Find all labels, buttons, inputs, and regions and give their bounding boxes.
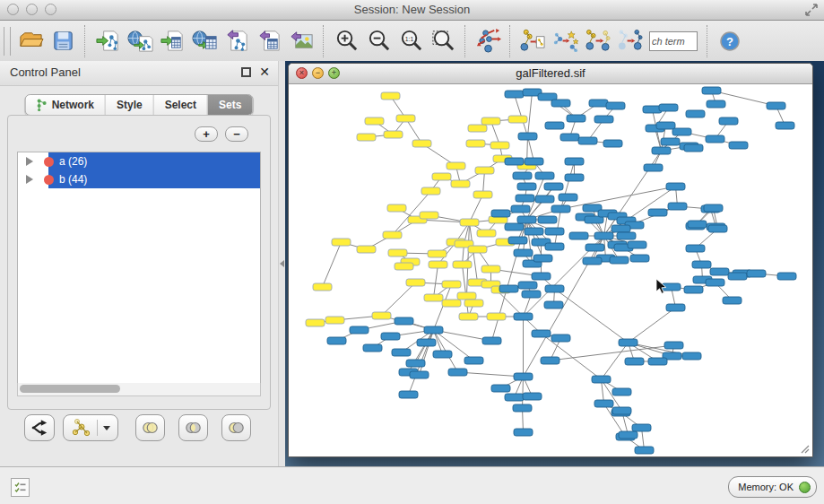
graph-node-blue[interactable] bbox=[656, 122, 675, 129]
graph-node-blue[interactable] bbox=[517, 183, 536, 190]
graph-node-blue[interactable] bbox=[392, 349, 411, 356]
graph-node-blue[interactable] bbox=[630, 255, 649, 262]
graph-node-blue[interactable] bbox=[606, 102, 625, 109]
graph-node-yellow[interactable] bbox=[475, 167, 494, 174]
set-row[interactable]: a (26) bbox=[18, 152, 260, 170]
graph-node-blue[interactable] bbox=[592, 376, 611, 383]
graph-node-yellow[interactable] bbox=[477, 230, 496, 237]
graph-node-blue[interactable] bbox=[648, 209, 667, 216]
graph-node-blue[interactable] bbox=[668, 203, 687, 210]
memory-status-button[interactable]: Memory: OK bbox=[728, 476, 817, 498]
fullscreen-icon[interactable] bbox=[804, 3, 819, 17]
graph-node-blue[interactable] bbox=[532, 273, 551, 280]
graph-edge[interactable] bbox=[434, 265, 438, 298]
zoom-selected-button[interactable] bbox=[427, 23, 459, 59]
graph-node-blue[interactable] bbox=[559, 194, 577, 201]
tab-select[interactable]: Select bbox=[153, 95, 207, 115]
graph-node-blue[interactable] bbox=[565, 174, 584, 181]
graph-node-yellow[interactable] bbox=[490, 142, 509, 149]
graph-node-blue[interactable] bbox=[560, 134, 579, 141]
graph-node-blue[interactable] bbox=[417, 339, 436, 346]
graph-node-blue[interactable] bbox=[684, 286, 703, 293]
network-view-window[interactable]: × − + galFiltered.sif bbox=[288, 63, 813, 457]
graph-node-blue[interactable] bbox=[767, 102, 785, 109]
graph-node-yellow[interactable] bbox=[442, 300, 461, 307]
graph-node-blue[interactable] bbox=[410, 371, 429, 378]
graph-node-yellow[interactable] bbox=[432, 173, 451, 180]
graph-node-blue[interactable] bbox=[505, 223, 524, 230]
graph-node-blue[interactable] bbox=[684, 144, 703, 152]
import-table-file-button[interactable] bbox=[156, 23, 188, 59]
graph-node-blue[interactable] bbox=[406, 360, 425, 367]
graph-node-yellow[interactable] bbox=[421, 187, 440, 195]
venn-difference-button[interactable] bbox=[221, 414, 251, 441]
graph-node-blue[interactable] bbox=[424, 326, 443, 334]
network-window-titlebar[interactable]: × − + galFiltered.sif bbox=[289, 64, 812, 84]
graph-node-blue[interactable] bbox=[399, 391, 418, 398]
graph-node-yellow[interactable] bbox=[481, 265, 500, 273]
graph-node-yellow[interactable] bbox=[508, 116, 527, 123]
venn-union-button[interactable] bbox=[135, 414, 165, 441]
graph-node-blue[interactable] bbox=[710, 268, 729, 275]
graph-edge[interactable] bbox=[523, 377, 524, 408]
graph-node-blue[interactable] bbox=[728, 273, 747, 280]
graph-node-blue[interactable] bbox=[661, 138, 680, 145]
graph-node-yellow[interactable] bbox=[447, 162, 465, 169]
graph-node-yellow[interactable] bbox=[372, 312, 391, 319]
graph-edge[interactable] bbox=[458, 372, 524, 377]
graph-node-blue[interactable] bbox=[544, 301, 563, 308]
apply-layout-button[interactable] bbox=[472, 23, 504, 59]
graph-node-blue[interactable] bbox=[635, 447, 654, 454]
graph-node-yellow[interactable] bbox=[473, 191, 492, 198]
graph-node-blue[interactable] bbox=[672, 128, 691, 135]
graph-node-blue[interactable] bbox=[523, 393, 542, 400]
graph-node-blue[interactable] bbox=[514, 373, 533, 380]
zoom-out-button[interactable] bbox=[362, 23, 395, 59]
graph-node-yellow[interactable] bbox=[384, 131, 403, 138]
graph-node-yellow[interactable] bbox=[429, 261, 447, 268]
graph-node-blue[interactable] bbox=[567, 115, 585, 122]
graph-node-yellow[interactable] bbox=[381, 92, 400, 100]
graph-node-blue[interactable] bbox=[708, 225, 727, 232]
zoom-in-button[interactable] bbox=[330, 23, 362, 59]
graph-node-blue[interactable] bbox=[686, 245, 705, 252]
venn-intersection-button[interactable] bbox=[178, 414, 208, 441]
export-network-button[interactable] bbox=[221, 23, 253, 59]
graph-node-yellow[interactable] bbox=[428, 250, 447, 257]
graph-node-blue[interactable] bbox=[688, 221, 707, 228]
graph-node-blue[interactable] bbox=[585, 244, 604, 251]
graph-node-blue[interactable] bbox=[514, 429, 533, 436]
graph-node-yellow[interactable] bbox=[457, 292, 476, 300]
graph-node-blue[interactable] bbox=[704, 204, 723, 212]
collapse-panel-handle[interactable] bbox=[280, 260, 284, 267]
graph-node-blue[interactable] bbox=[518, 133, 537, 140]
remove-set-button[interactable]: − bbox=[225, 126, 248, 142]
graph-node-blue[interactable] bbox=[544, 183, 563, 190]
graph-edge[interactable] bbox=[629, 308, 676, 343]
graph-node-blue[interactable] bbox=[594, 232, 613, 239]
graph-node-blue[interactable] bbox=[525, 158, 543, 165]
graph-node-yellow[interactable] bbox=[365, 117, 384, 125]
float-panel-icon[interactable] bbox=[241, 67, 251, 77]
graph-node-yellow[interactable] bbox=[424, 294, 443, 301]
graph-node-yellow[interactable] bbox=[466, 140, 485, 147]
graph-node-yellow[interactable] bbox=[406, 279, 425, 286]
graph-node-blue[interactable] bbox=[706, 279, 724, 286]
graph-node-blue[interactable] bbox=[545, 122, 564, 129]
network-canvas[interactable] bbox=[290, 84, 811, 456]
graph-node-blue[interactable] bbox=[719, 117, 738, 125]
graph-node-blue[interactable] bbox=[644, 164, 663, 171]
graph-node-blue[interactable] bbox=[535, 196, 554, 203]
graph-node-blue[interactable] bbox=[522, 291, 541, 298]
set-row[interactable]: b (44) bbox=[18, 170, 260, 188]
graph-node-blue[interactable] bbox=[686, 110, 705, 117]
graph-node-blue[interactable] bbox=[513, 404, 532, 412]
graph-node-blue[interactable] bbox=[611, 225, 630, 232]
graph-node-blue[interactable] bbox=[632, 424, 651, 431]
graph-node-blue[interactable] bbox=[505, 158, 524, 165]
graph-node-yellow[interactable] bbox=[395, 263, 413, 270]
graph-node-blue[interactable] bbox=[511, 205, 530, 213]
graph-node-blue[interactable] bbox=[482, 337, 501, 344]
graph-node-blue[interactable] bbox=[551, 205, 570, 213]
graph-node-blue[interactable] bbox=[535, 172, 554, 179]
